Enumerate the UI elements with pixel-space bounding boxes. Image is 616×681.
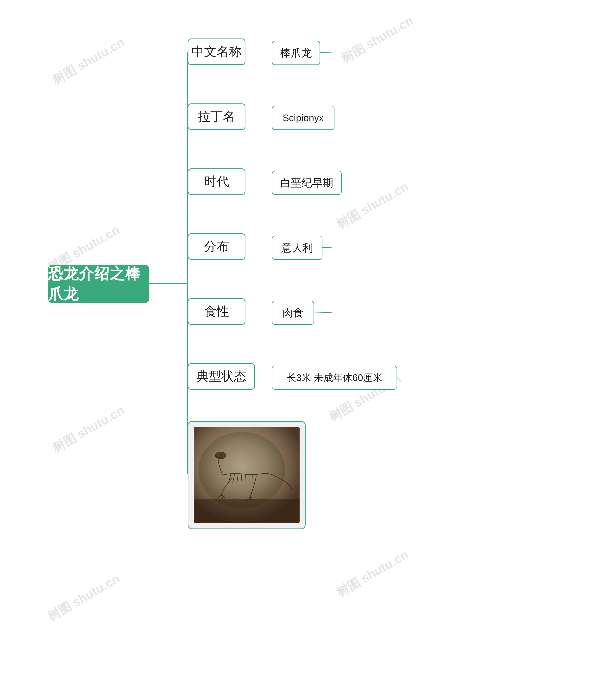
leaf-node-5: 肉食: [272, 301, 314, 325]
branch-node-6: 典型状态: [188, 363, 255, 390]
leaf-5-label: 肉食: [282, 306, 304, 320]
fossil-image: [194, 427, 300, 523]
leaf-2-label: Scipionyx: [282, 112, 324, 123]
branch-2-label: 拉丁名: [198, 108, 235, 125]
leaf-node-6: 长3米 未成年体60厘米: [272, 365, 397, 390]
branch-node-4: 分布: [188, 233, 245, 260]
leaf-6-label: 长3米 未成年体60厘米: [287, 371, 383, 384]
branch-3-label: 时代: [204, 173, 229, 190]
branch-5-label: 食性: [204, 303, 229, 320]
svg-rect-21: [194, 499, 300, 523]
mindmap-container: 恐龙介绍之棒爪龙 中文名称 棒爪龙 拉丁名 Scipionyx 时代 白垩纪早期…: [19, 12, 597, 674]
root-label: 恐龙介绍之棒爪龙: [48, 263, 149, 304]
leaf-node-2: Scipionyx: [272, 106, 335, 130]
image-node: [188, 421, 305, 529]
leaf-node-4: 意大利: [272, 236, 322, 260]
leaf-node-3: 白垩纪早期: [272, 171, 342, 195]
branch-node-5: 食性: [188, 298, 245, 325]
branch-node-3: 时代: [188, 168, 245, 195]
leaf-4-label: 意大利: [281, 241, 313, 255]
branch-6-label: 典型状态: [196, 368, 246, 385]
leaf-1-label: 棒爪龙: [280, 46, 312, 60]
leaf-3-label: 白垩纪早期: [280, 176, 333, 190]
branch-1-label: 中文名称: [192, 43, 242, 60]
root-node: 恐龙介绍之棒爪龙: [48, 264, 149, 303]
branch-4-label: 分布: [204, 238, 229, 255]
branch-node-1: 中文名称: [188, 39, 245, 65]
leaf-node-1: 棒爪龙: [272, 41, 320, 65]
branch-node-2: 拉丁名: [188, 103, 245, 130]
